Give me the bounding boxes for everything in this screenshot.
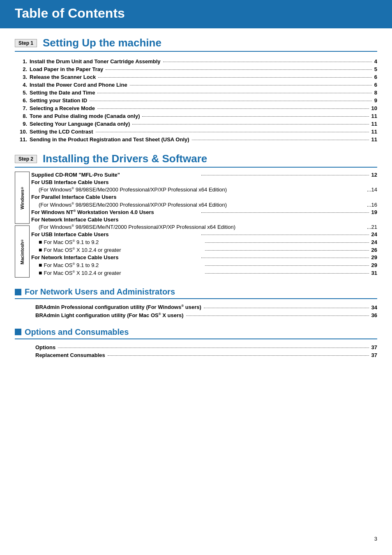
toc-item: 7.Selecting a Receive Mode 10 xyxy=(15,105,377,111)
toc-item: 10.Setting the LCD Contrast 11 xyxy=(15,129,377,135)
toc-item: 1.Install the Drum Unit and Toner Cartri… xyxy=(15,58,377,64)
network-section-block: For Network Users and Administrators BRA… xyxy=(15,287,377,318)
windows-side-label: Windows® xyxy=(15,172,30,224)
step2-side-labels: Windows® Macintosh® xyxy=(15,172,30,277)
toc-item: 4.Install the Power Cord and Phone Line … xyxy=(15,82,377,88)
header-bar: Table of Contents xyxy=(0,0,392,28)
options-section-header: Options and Consumables xyxy=(15,327,377,339)
step1-header: Step 1 Setting Up the machine xyxy=(15,37,377,52)
step1-toc-list: 1.Install the Drum Unit and Toner Cartri… xyxy=(15,56,377,143)
options-section-icon xyxy=(15,329,21,335)
toc-item: For Parallel Interface Cable Users xyxy=(31,194,377,200)
step1-title: Setting Up the machine xyxy=(43,37,161,49)
step1-badge: Step 1 xyxy=(15,39,37,47)
network-section-header: For Network Users and Administrators xyxy=(15,287,377,299)
toc-item: For Network Interface Cable Users 29 xyxy=(31,254,377,260)
step2-badge: Step 2 xyxy=(15,155,37,163)
step2-block: Step 2 Installing the Drivers & Software… xyxy=(15,152,377,277)
toc-item: (For Windows® 98/98SE/Me/2000 Profession… xyxy=(31,187,377,193)
step2-toc-list: Supplied CD-ROM "MFL-Pro Suite" 12 For U… xyxy=(31,172,377,276)
network-section-title: For Network Users and Administrators xyxy=(25,287,175,297)
toc-item: 6.Setting your Station ID 9 xyxy=(15,97,377,104)
options-section-title: Options and Consumables xyxy=(25,327,129,337)
toc-item: ■For Mac OS® 9.1 to 9.2 24 xyxy=(31,239,377,245)
toc-item: 5.Setting the Date and Time 8 xyxy=(15,90,377,96)
toc-item: Options 37 xyxy=(15,344,377,350)
toc-item: BRAdmin Light configuration utility (For… xyxy=(15,312,377,318)
toc-item: 2.Load Paper in the Paper Tray 5 xyxy=(15,66,377,72)
mac-side-label: Macintosh® xyxy=(15,226,30,278)
step2-entries: Supplied CD-ROM "MFL-Pro Suite" 12 For U… xyxy=(31,172,377,277)
toc-item: For Network Interface Cable Users xyxy=(31,216,377,223)
toc-item: (For Windows® 98/98SE/Me/2000 Profession… xyxy=(31,201,377,207)
toc-item: For USB Interface Cable Users 24 xyxy=(31,231,377,237)
network-section-icon xyxy=(15,289,21,295)
toc-item: For USB Interface Cable Users xyxy=(31,179,377,185)
toc-item: 9.Selecting Your Language (Canada only) … xyxy=(15,121,377,127)
toc-item: 3.Release the Scanner Lock 6 xyxy=(15,74,377,80)
toc-item: ■For Mac OS® X 10.2.4 or greater 26 xyxy=(31,246,377,253)
toc-item: ■For Mac OS® X 10.2.4 or greater 31 xyxy=(31,269,377,276)
options-section-toc: Options 37 Replacement Consumables 37 xyxy=(15,343,377,358)
toc-item: Replacement Consumables 37 xyxy=(15,352,377,358)
toc-item: For Windows NT® Workstation Version 4.0 … xyxy=(31,209,377,215)
options-section-block: Options and Consumables Options 37 Repla… xyxy=(15,327,377,358)
step2-content: Windows® Macintosh® Supplied CD-ROM "MFL… xyxy=(15,172,377,277)
page-number: 3 xyxy=(374,536,377,542)
step1-block: Step 1 Setting Up the machine 1.Install … xyxy=(15,37,377,143)
toc-item: Supplied CD-ROM "MFL-Pro Suite" 12 xyxy=(31,172,377,178)
network-section-toc: BRAdmin Professional configuration utili… xyxy=(15,302,377,318)
toc-item: 11.Sending in the Product Registration a… xyxy=(15,136,377,143)
toc-item: 8.Tone and Pulse dialing mode (Canada on… xyxy=(15,113,377,119)
toc-item: (For Windows® 98/98SE/Me/NT/2000 Profess… xyxy=(31,224,377,230)
step2-header: Step 2 Installing the Drivers & Software xyxy=(15,152,377,168)
toc-item: ■For Mac OS® 9.1 to 9.2 29 xyxy=(31,262,377,268)
step2-title: Installing the Drivers & Software xyxy=(43,152,207,165)
page-title: Table of Contents xyxy=(15,6,125,21)
toc-item: BRAdmin Professional configuration utili… xyxy=(15,304,377,310)
